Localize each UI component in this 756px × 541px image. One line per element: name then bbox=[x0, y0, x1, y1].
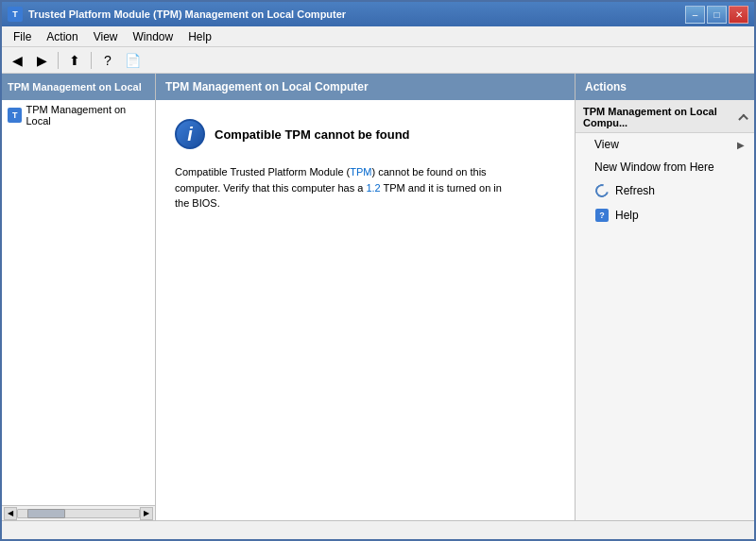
help-label: Help bbox=[615, 209, 639, 222]
content-pane: TPM Management on Local Computer i Compa… bbox=[156, 74, 575, 520]
info-icon: i bbox=[175, 119, 205, 149]
view-label: View bbox=[594, 138, 619, 151]
actions-section-label: TPM Management on Local Compu... bbox=[583, 106, 740, 128]
nav-pane-content: T TPM Management on Local bbox=[2, 100, 155, 505]
menu-view[interactable]: View bbox=[86, 28, 126, 45]
toolbar-help[interactable]: ? bbox=[96, 50, 119, 71]
tpm-nav-icon: T bbox=[8, 108, 22, 123]
new-window-label: New Window from Here bbox=[594, 161, 714, 174]
actions-list: View ▶ New Window from Here Refresh ? bbox=[576, 133, 754, 228]
content-body: i Compatible TPM cannot be found Compati… bbox=[156, 100, 575, 520]
refresh-label: Refresh bbox=[615, 184, 655, 197]
nav-header-label: TPM Management on Local bbox=[8, 81, 142, 93]
error-desc-part1: Compatible Trusted Platform Module ( bbox=[175, 166, 350, 178]
actions-section-title: TPM Management on Local Compu... bbox=[576, 100, 754, 133]
action-help[interactable]: ? Help bbox=[576, 203, 754, 228]
menu-file[interactable]: File bbox=[6, 28, 39, 45]
error-header: i Compatible TPM cannot be found bbox=[175, 119, 556, 149]
main-area: TPM Management on Local T TPM Management… bbox=[2, 74, 754, 520]
close-button[interactable]: ✕ bbox=[729, 6, 748, 24]
toolbar-back[interactable]: ◀ bbox=[6, 50, 28, 71]
window-title: Trusted Platform Module (TPM) Management… bbox=[28, 8, 346, 20]
version-link[interactable]: 1.2 bbox=[366, 182, 380, 194]
toolbar-separator bbox=[58, 52, 59, 69]
toolbar-forward[interactable]: ▶ bbox=[30, 50, 53, 71]
title-bar: T Trusted Platform Module (TPM) Manageme… bbox=[2, 2, 754, 26]
menu-window[interactable]: Window bbox=[126, 28, 181, 45]
action-new-window[interactable]: New Window from Here bbox=[576, 156, 754, 178]
nav-item-tpm[interactable]: T TPM Management on Local bbox=[2, 100, 155, 130]
window-controls: – □ ✕ bbox=[685, 6, 748, 24]
scroll-left-arrow[interactable]: ◀ bbox=[4, 507, 17, 520]
nav-pane-header: TPM Management on Local bbox=[2, 74, 155, 100]
toolbar-separator-2 bbox=[91, 52, 92, 69]
action-refresh[interactable]: Refresh bbox=[576, 178, 754, 203]
tpm-link[interactable]: TPM bbox=[350, 166, 371, 178]
status-bar bbox=[2, 520, 754, 539]
error-title: Compatible TPM cannot be found bbox=[215, 127, 410, 142]
menu-help[interactable]: Help bbox=[180, 28, 219, 45]
nav-pane: TPM Management on Local T TPM Management… bbox=[2, 74, 156, 520]
refresh-icon bbox=[594, 183, 610, 198]
actions-header-label: Actions bbox=[585, 80, 627, 93]
nav-scrollbar: ◀ ▶ bbox=[2, 505, 155, 520]
toolbar: ◀ ▶ ⬆ ? 📄 bbox=[2, 47, 754, 74]
minimize-button[interactable]: – bbox=[685, 6, 705, 24]
error-description: Compatible Trusted Platform Module (TPM)… bbox=[175, 164, 515, 211]
nav-item-label: TPM Management on Local bbox=[26, 104, 149, 127]
main-window: T Trusted Platform Module (TPM) Manageme… bbox=[0, 0, 756, 541]
menu-action[interactable]: Action bbox=[39, 28, 85, 45]
actions-header: Actions bbox=[576, 74, 754, 100]
scroll-track[interactable] bbox=[17, 509, 140, 518]
action-view[interactable]: View ▶ bbox=[576, 133, 754, 156]
scroll-thumb[interactable] bbox=[27, 509, 65, 518]
toolbar-doc[interactable]: 📄 bbox=[121, 50, 144, 71]
scroll-right-arrow[interactable]: ▶ bbox=[140, 507, 153, 520]
actions-pane: Actions TPM Management on Local Compu...… bbox=[575, 74, 754, 520]
content-pane-header: TPM Management on Local Computer bbox=[156, 74, 575, 100]
restore-button[interactable]: □ bbox=[707, 6, 727, 24]
app-icon: T bbox=[8, 7, 23, 22]
help-icon: ? bbox=[594, 208, 610, 223]
view-arrow-icon: ▶ bbox=[737, 140, 745, 150]
menu-bar: File Action View Window Help bbox=[2, 26, 754, 47]
content-header-label: TPM Management on Local Computer bbox=[165, 80, 369, 93]
toolbar-up[interactable]: ⬆ bbox=[63, 50, 86, 71]
